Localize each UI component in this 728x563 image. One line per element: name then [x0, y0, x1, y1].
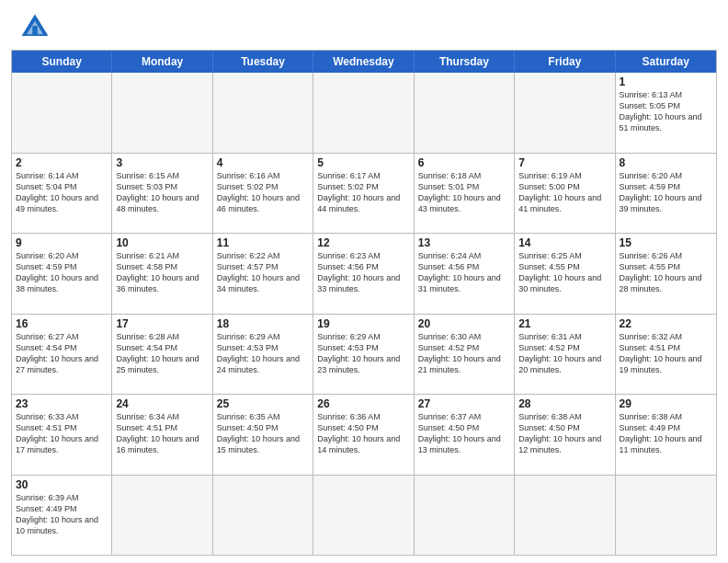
calendar-cell-4-1: 24Sunrise: 6:34 AM Sunset: 4:51 PM Dayli… — [112, 395, 212, 475]
day-number: 29 — [620, 397, 712, 410]
calendar-cell-0-6: 1Sunrise: 6:13 AM Sunset: 5:05 PM Daylig… — [616, 73, 716, 153]
day-info: Sunrise: 6:13 AM Sunset: 5:05 PM Dayligh… — [620, 89, 712, 134]
day-info: Sunrise: 6:26 AM Sunset: 4:55 PM Dayligh… — [620, 250, 712, 295]
day-number: 2 — [16, 156, 108, 169]
svg-rect-2 — [32, 26, 37, 36]
calendar-cell-4-5: 28Sunrise: 6:38 AM Sunset: 4:50 PM Dayli… — [515, 395, 615, 475]
calendar-cell-5-0: 30Sunrise: 6:39 AM Sunset: 4:49 PM Dayli… — [12, 476, 112, 556]
calendar-cell-1-6: 8Sunrise: 6:20 AM Sunset: 4:59 PM Daylig… — [616, 154, 716, 234]
page: SundayMondayTuesdayWednesdayThursdayFrid… — [0, 0, 728, 563]
day-info: Sunrise: 6:38 AM Sunset: 4:50 PM Dayligh… — [518, 411, 610, 456]
day-number: 15 — [620, 236, 712, 249]
calendar-cell-4-2: 25Sunrise: 6:35 AM Sunset: 4:50 PM Dayli… — [213, 395, 313, 475]
calendar-cell-3-6: 22Sunrise: 6:32 AM Sunset: 4:51 PM Dayli… — [616, 315, 716, 395]
calendar-cell-5-1 — [112, 476, 212, 556]
day-number: 30 — [16, 478, 108, 491]
day-number: 9 — [16, 236, 108, 249]
calendar-row-5: 30Sunrise: 6:39 AM Sunset: 4:49 PM Dayli… — [12, 475, 716, 556]
calendar-cell-4-4: 27Sunrise: 6:37 AM Sunset: 4:50 PM Dayli… — [415, 395, 515, 475]
calendar-cell-1-2: 4Sunrise: 6:16 AM Sunset: 5:02 PM Daylig… — [213, 154, 313, 234]
day-number: 28 — [518, 397, 610, 410]
calendar-cell-0-1 — [112, 73, 212, 153]
calendar-header: SundayMondayTuesdayWednesdayThursdayFrid… — [12, 51, 716, 73]
calendar-cell-2-4: 13Sunrise: 6:24 AM Sunset: 4:56 PM Dayli… — [415, 234, 515, 314]
calendar-row-4: 23Sunrise: 6:33 AM Sunset: 4:51 PM Dayli… — [12, 394, 716, 475]
calendar-row-2: 9Sunrise: 6:20 AM Sunset: 4:59 PM Daylig… — [12, 233, 716, 314]
day-info: Sunrise: 6:20 AM Sunset: 4:59 PM Dayligh… — [16, 250, 108, 295]
day-number: 16 — [16, 317, 108, 330]
day-number: 10 — [116, 236, 208, 249]
calendar-cell-2-2: 11Sunrise: 6:22 AM Sunset: 4:57 PM Dayli… — [213, 234, 313, 314]
day-number: 11 — [217, 236, 309, 249]
day-number: 14 — [518, 236, 610, 249]
calendar-cell-3-4: 20Sunrise: 6:30 AM Sunset: 4:52 PM Dayli… — [415, 315, 515, 395]
day-number: 24 — [116, 397, 208, 410]
calendar-cell-3-3: 19Sunrise: 6:29 AM Sunset: 4:53 PM Dayli… — [313, 315, 414, 395]
calendar-cell-2-1: 10Sunrise: 6:21 AM Sunset: 4:58 PM Dayli… — [112, 234, 212, 314]
day-info: Sunrise: 6:35 AM Sunset: 4:50 PM Dayligh… — [217, 411, 309, 456]
calendar-cell-2-6: 15Sunrise: 6:26 AM Sunset: 4:55 PM Dayli… — [616, 234, 716, 314]
calendar-cell-1-3: 5Sunrise: 6:17 AM Sunset: 5:02 PM Daylig… — [313, 154, 414, 234]
day-number: 18 — [217, 317, 309, 330]
calendar-cell-5-4 — [415, 476, 515, 556]
day-number: 27 — [418, 397, 510, 410]
calendar-cell-5-3 — [313, 476, 414, 556]
day-number: 19 — [317, 317, 409, 330]
day-number: 22 — [620, 317, 712, 330]
calendar-cell-5-5 — [515, 476, 615, 556]
weekday-header-saturday: Saturday — [616, 51, 716, 73]
weekday-header-sunday: Sunday — [12, 51, 112, 73]
calendar-cell-1-5: 7Sunrise: 6:19 AM Sunset: 5:00 PM Daylig… — [515, 154, 615, 234]
calendar-cell-4-3: 26Sunrise: 6:36 AM Sunset: 4:50 PM Dayli… — [313, 395, 414, 475]
calendar-cell-2-3: 12Sunrise: 6:23 AM Sunset: 4:56 PM Dayli… — [313, 234, 414, 314]
day-info: Sunrise: 6:32 AM Sunset: 4:51 PM Dayligh… — [620, 331, 712, 376]
day-number: 3 — [116, 156, 208, 169]
calendar-cell-5-2 — [213, 476, 313, 556]
day-number: 25 — [217, 397, 309, 410]
day-number: 23 — [16, 397, 108, 410]
calendar-cell-2-0: 9Sunrise: 6:20 AM Sunset: 4:59 PM Daylig… — [12, 234, 112, 314]
day-info: Sunrise: 6:30 AM Sunset: 4:52 PM Dayligh… — [418, 331, 510, 376]
day-info: Sunrise: 6:16 AM Sunset: 5:02 PM Dayligh… — [217, 170, 309, 215]
calendar-cell-0-4 — [415, 73, 515, 153]
weekday-header-thursday: Thursday — [415, 51, 515, 73]
day-info: Sunrise: 6:34 AM Sunset: 4:51 PM Dayligh… — [116, 411, 208, 456]
calendar-row-0: 1Sunrise: 6:13 AM Sunset: 5:05 PM Daylig… — [12, 73, 716, 153]
calendar-cell-4-6: 29Sunrise: 6:38 AM Sunset: 4:49 PM Dayli… — [616, 395, 716, 475]
day-info: Sunrise: 6:17 AM Sunset: 5:02 PM Dayligh… — [317, 170, 409, 215]
day-number: 20 — [418, 317, 510, 330]
day-number: 8 — [620, 156, 712, 169]
calendar-cell-3-0: 16Sunrise: 6:27 AM Sunset: 4:54 PM Dayli… — [12, 315, 112, 395]
calendar-cell-0-0 — [12, 73, 112, 153]
day-info: Sunrise: 6:20 AM Sunset: 4:59 PM Dayligh… — [620, 170, 712, 215]
day-number: 5 — [317, 156, 409, 169]
calendar: SundayMondayTuesdayWednesdayThursdayFrid… — [11, 50, 717, 556]
calendar-cell-5-6 — [616, 476, 716, 556]
calendar-cell-0-2 — [213, 73, 313, 153]
day-number: 4 — [217, 156, 309, 169]
calendar-row-3: 16Sunrise: 6:27 AM Sunset: 4:54 PM Dayli… — [12, 314, 716, 395]
day-info: Sunrise: 6:29 AM Sunset: 4:53 PM Dayligh… — [217, 331, 309, 376]
calendar-body: 1Sunrise: 6:13 AM Sunset: 5:05 PM Daylig… — [12, 73, 716, 555]
calendar-cell-1-1: 3Sunrise: 6:15 AM Sunset: 5:03 PM Daylig… — [112, 154, 212, 234]
calendar-cell-1-4: 6Sunrise: 6:18 AM Sunset: 5:01 PM Daylig… — [415, 154, 515, 234]
day-info: Sunrise: 6:39 AM Sunset: 4:49 PM Dayligh… — [16, 492, 108, 537]
day-number: 17 — [116, 317, 208, 330]
day-info: Sunrise: 6:23 AM Sunset: 4:56 PM Dayligh… — [317, 250, 409, 295]
day-number: 13 — [418, 236, 510, 249]
header — [0, 0, 728, 50]
day-info: Sunrise: 6:27 AM Sunset: 4:54 PM Dayligh… — [16, 331, 108, 376]
weekday-header-monday: Monday — [112, 51, 212, 73]
day-info: Sunrise: 6:28 AM Sunset: 4:54 PM Dayligh… — [116, 331, 208, 376]
day-number: 12 — [317, 236, 409, 249]
day-info: Sunrise: 6:18 AM Sunset: 5:01 PM Dayligh… — [418, 170, 510, 215]
day-info: Sunrise: 6:33 AM Sunset: 4:51 PM Dayligh… — [16, 411, 108, 456]
logo-icon — [18, 11, 51, 44]
day-number: 6 — [418, 156, 510, 169]
calendar-row-1: 2Sunrise: 6:14 AM Sunset: 5:04 PM Daylig… — [12, 153, 716, 234]
day-info: Sunrise: 6:21 AM Sunset: 4:58 PM Dayligh… — [116, 250, 208, 295]
day-info: Sunrise: 6:25 AM Sunset: 4:55 PM Dayligh… — [518, 250, 610, 295]
weekday-header-friday: Friday — [515, 51, 615, 73]
calendar-cell-0-5 — [515, 73, 615, 153]
day-info: Sunrise: 6:15 AM Sunset: 5:03 PM Dayligh… — [116, 170, 208, 215]
